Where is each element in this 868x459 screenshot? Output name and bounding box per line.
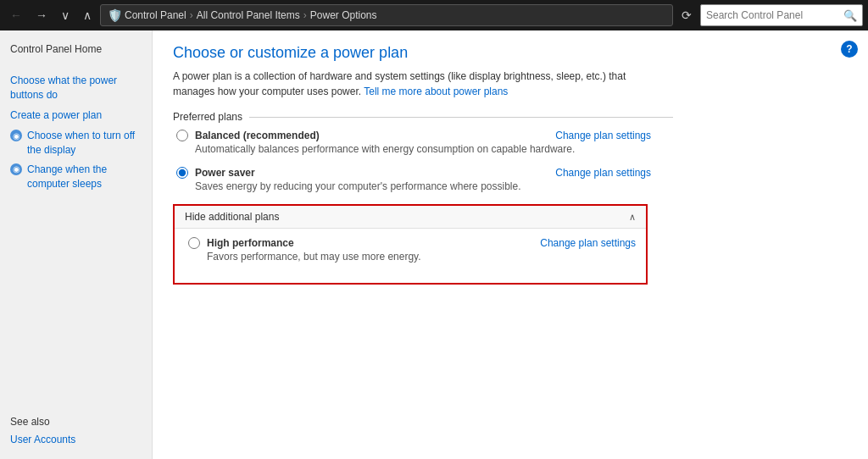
help-button[interactable]: ? — [841, 41, 858, 58]
plan-power-saver-desc: Saves energy by reducing your computer's… — [176, 180, 848, 192]
plan-power-saver-label[interactable]: Power saver — [176, 167, 255, 179]
plan-power-saver-name: Power saver — [195, 167, 255, 179]
change-plan-power-saver-link[interactable]: Change plan settings — [555, 167, 651, 179]
up-icon: ∧ — [83, 8, 92, 22]
change-plan-high-perf-link[interactable]: Change plan settings — [540, 237, 636, 249]
sidebar-item-sleep-label[interactable]: Change when the computer sleeps — [27, 163, 142, 191]
plan-high-perf-desc: Favors performance, but may use more ene… — [188, 251, 636, 263]
up-button[interactable]: ∧ — [78, 5, 97, 25]
sleep-icon: ◉ — [10, 163, 22, 175]
hide-additional-plans-label: Hide additional plans — [185, 211, 279, 223]
address-bar: ← → ∨ ∧ 🛡️ Control Panel › All Control P… — [0, 0, 868, 30]
dropdown-icon: ∨ — [61, 8, 70, 22]
page-description: A power plan is a collection of hardware… — [173, 69, 648, 99]
plan-balanced-desc: Automatically balances performance with … — [176, 143, 848, 155]
additional-plans-content: High performance Change plan settings Fa… — [175, 229, 646, 283]
search-submit-button[interactable]: 🔍 — [843, 9, 857, 22]
sidebar-home[interactable]: Control Panel Home — [0, 39, 152, 60]
sidebar-item-create-plan[interactable]: Create a power plan — [0, 105, 152, 126]
search-icon: 🔍 — [843, 9, 857, 22]
sidebar-item-computer-sleeps[interactable]: ◉ Change when the computer sleeps — [0, 160, 152, 194]
plan-high-perf-label[interactable]: High performance — [188, 237, 294, 249]
plan-high-perf-name: High performance — [207, 237, 294, 249]
help-icon: ? — [846, 43, 852, 55]
back-button[interactable]: ← — [5, 5, 27, 25]
plan-balanced-radio[interactable] — [176, 130, 188, 141]
plan-power-saver-radio[interactable] — [176, 167, 188, 179]
refresh-button[interactable]: ⟳ — [676, 5, 697, 25]
dropdown-button[interactable]: ∨ — [56, 5, 75, 25]
breadcrumb: 🛡️ Control Panel › All Control Panel Ite… — [100, 4, 673, 26]
back-icon: ← — [10, 8, 22, 22]
plan-power-saver: Power saver Change plan settings Saves e… — [173, 167, 848, 192]
sidebar-item-turn-off-label[interactable]: Choose when to turn off the display — [27, 129, 142, 158]
sidebar-item-user-accounts[interactable]: User Accounts — [0, 429, 152, 451]
additional-plans-container: Hide additional plans ∧ High performance… — [173, 204, 648, 285]
plan-balanced-label[interactable]: Balanced (recommended) — [176, 130, 320, 141]
content-area: ? Choose or customize a power plan A pow… — [153, 30, 868, 459]
plan-high-performance: High performance Change plan settings Fa… — [185, 237, 636, 263]
monitor-icon: ◉ — [10, 130, 22, 141]
breadcrumb-sep-2: › — [303, 9, 307, 21]
main-layout: Control Panel Home Choose what the power… — [0, 30, 868, 459]
sidebar: Control Panel Home Choose what the power… — [0, 30, 153, 459]
sidebar-item-turn-off-display[interactable]: ◉ Choose when to turn off the display — [0, 126, 152, 160]
hide-additional-plans-header[interactable]: Hide additional plans ∧ — [175, 206, 646, 229]
change-plan-balanced-link[interactable]: Change plan settings — [555, 130, 651, 141]
forward-icon: → — [36, 8, 47, 22]
page-title: Choose or customize a power plan — [173, 44, 848, 62]
chevron-up-icon: ∧ — [629, 212, 636, 223]
plan-balanced-name: Balanced (recommended) — [195, 130, 320, 141]
breadcrumb-item-2[interactable]: All Control Panel Items — [197, 9, 300, 21]
search-input[interactable] — [706, 9, 843, 21]
breadcrumb-item[interactable]: Control Panel — [125, 9, 186, 21]
tell-me-more-link[interactable]: Tell me more about power plans — [364, 86, 508, 97]
see-also-label: See also — [0, 411, 152, 429]
breadcrumb-sep-1: › — [190, 9, 193, 21]
sidebar-item-power-buttons[interactable]: Choose what the power buttons do — [0, 70, 152, 106]
plan-balanced: Balanced (recommended) Change plan setti… — [173, 130, 848, 155]
forward-button[interactable]: → — [31, 5, 53, 25]
breadcrumb-current: Power Options — [310, 9, 377, 21]
preferred-plans-label: Preferred plans — [173, 111, 848, 123]
cp-icon: 🛡️ — [108, 8, 121, 22]
search-box[interactable]: 🔍 — [700, 4, 863, 26]
plan-high-perf-radio[interactable] — [188, 237, 200, 249]
